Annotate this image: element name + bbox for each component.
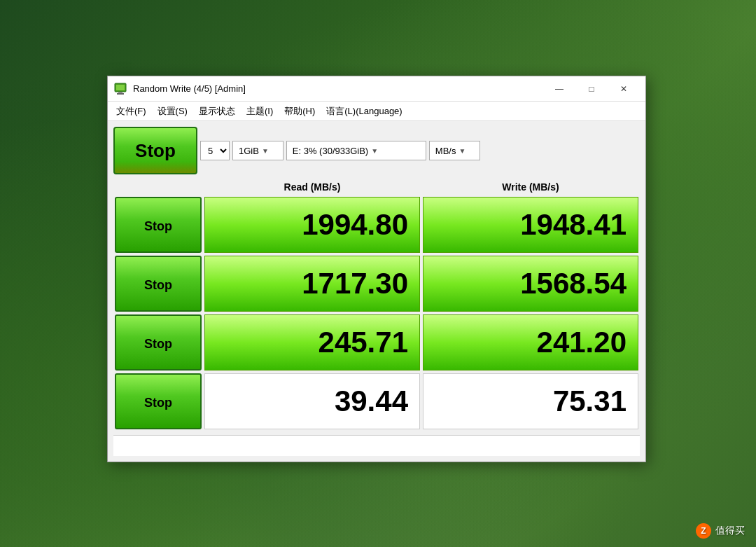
menu-help[interactable]: 帮助(H) bbox=[279, 102, 321, 120]
main-stop-button[interactable]: Stop bbox=[113, 127, 197, 174]
row2-write-value: 1568.54 bbox=[423, 256, 638, 312]
window-title: Random Write (4/5) [Admin] bbox=[133, 83, 543, 94]
row4-read-value: 39.44 bbox=[204, 373, 420, 429]
row3-write-cell: 241.20 bbox=[421, 313, 640, 372]
size-dropdown[interactable]: 1GiB ▼ bbox=[232, 141, 284, 160]
maximize-button[interactable]: □ bbox=[575, 76, 608, 102]
table-row: Stop 1994.80 1948.41 bbox=[113, 195, 640, 254]
row1-btn-cell: Stop bbox=[113, 195, 203, 254]
header-write: Write (MB/s) bbox=[421, 179, 640, 195]
minimize-button[interactable]: — bbox=[543, 76, 575, 102]
main-stop-label: Stop bbox=[135, 140, 176, 162]
table-header-row: Read (MB/s) Write (MB/s) bbox=[113, 179, 640, 195]
menu-file[interactable]: 文件(F) bbox=[111, 102, 152, 120]
table-row: Stop 39.44 75.31 bbox=[113, 372, 640, 431]
benchmark-table: Read (MB/s) Write (MB/s) Stop 1994.80 19… bbox=[113, 179, 640, 431]
header-btn-col bbox=[113, 179, 203, 195]
row3-stop-button[interactable]: Stop bbox=[115, 314, 202, 371]
menu-language[interactable]: 语言(L)(Language) bbox=[321, 102, 407, 120]
content-area: Stop 5 1GiB ▼ E: 3% (30/933GiB) ▼ MB/s ▼ bbox=[108, 121, 645, 462]
row2-write-cell: 1568.54 bbox=[421, 254, 640, 313]
titlebar: Random Write (4/5) [Admin] — □ ✕ bbox=[108, 76, 645, 102]
menu-display[interactable]: 显示状态 bbox=[193, 102, 241, 120]
row3-btn-cell: Stop bbox=[113, 313, 203, 372]
watermark: Z 值得买 bbox=[696, 523, 745, 539]
unit-dropdown-arrow: ▼ bbox=[458, 147, 465, 155]
count-select[interactable]: 5 bbox=[200, 141, 230, 160]
window-controls: — □ ✕ bbox=[543, 76, 640, 102]
menu-theme[interactable]: 主题(I) bbox=[241, 102, 279, 120]
status-bar bbox=[113, 435, 640, 456]
table-row: Stop 245.71 241.20 bbox=[113, 313, 640, 372]
drive-dropdown-arrow: ▼ bbox=[371, 147, 378, 155]
row4-write-cell: 75.31 bbox=[421, 372, 640, 431]
controls-row: Stop 5 1GiB ▼ E: 3% (30/933GiB) ▼ MB/s ▼ bbox=[113, 127, 640, 174]
row2-read-value: 1717.30 bbox=[204, 256, 420, 312]
row4-write-value: 75.31 bbox=[423, 373, 638, 429]
row1-write-cell: 1948.41 bbox=[421, 195, 640, 254]
row1-write-value: 1948.41 bbox=[423, 197, 638, 253]
row4-btn-cell: Stop bbox=[113, 372, 203, 431]
unit-dropdown[interactable]: MB/s ▼ bbox=[429, 141, 481, 160]
table-row: Stop 1717.30 1568.54 bbox=[113, 254, 640, 313]
row1-stop-button[interactable]: Stop bbox=[115, 197, 202, 253]
drive-value: E: 3% (30/933GiB) bbox=[293, 146, 368, 156]
row3-read-cell: 245.71 bbox=[203, 313, 421, 372]
menu-settings[interactable]: 设置(S) bbox=[152, 102, 193, 120]
size-value: 1GiB bbox=[239, 146, 259, 156]
row1-read-cell: 1994.80 bbox=[203, 195, 421, 254]
size-dropdown-arrow: ▼ bbox=[262, 147, 269, 155]
header-read: Read (MB/s) bbox=[203, 179, 421, 195]
row4-stop-button[interactable]: Stop bbox=[115, 373, 202, 429]
row2-stop-button[interactable]: Stop bbox=[115, 256, 202, 312]
svg-rect-1 bbox=[116, 85, 125, 90]
menubar: 文件(F) 设置(S) 显示状态 主题(I) 帮助(H) 语言(L)(Langu… bbox=[108, 102, 645, 121]
watermark-text: 值得买 bbox=[715, 525, 745, 537]
row1-read-value: 1994.80 bbox=[204, 197, 420, 253]
close-button[interactable]: ✕ bbox=[608, 76, 640, 102]
app-icon bbox=[113, 82, 127, 96]
drive-dropdown[interactable]: E: 3% (30/933GiB) ▼ bbox=[286, 141, 426, 160]
watermark-icon: Z bbox=[696, 523, 711, 539]
row4-read-cell: 39.44 bbox=[203, 372, 421, 431]
unit-value: MB/s bbox=[435, 146, 456, 156]
row2-read-cell: 1717.30 bbox=[203, 254, 421, 313]
row2-btn-cell: Stop bbox=[113, 254, 203, 313]
app-window: Random Write (4/5) [Admin] — □ ✕ 文件(F) 设… bbox=[107, 76, 646, 462]
svg-rect-3 bbox=[117, 93, 124, 95]
row3-read-value: 245.71 bbox=[204, 314, 420, 371]
row3-write-value: 241.20 bbox=[423, 314, 638, 371]
